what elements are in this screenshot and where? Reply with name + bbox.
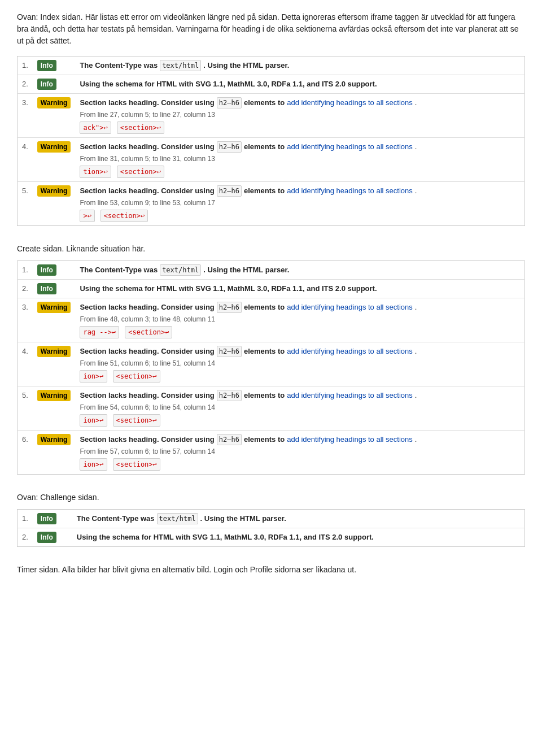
message-rest-text: . Using the HTML parser. bbox=[203, 60, 289, 71]
table3-container: 1.InfoThe Content-Type was text/html. Us… bbox=[17, 509, 525, 547]
message-link[interactable]: add identifying headings to all sections bbox=[287, 302, 413, 313]
row-number: 5. bbox=[18, 386, 33, 431]
code-snippet: <section>↩ bbox=[113, 414, 160, 427]
message-bold-text: Section lacks heading. Consider using bbox=[80, 302, 214, 313]
message-line: Using the schema for HTML with SVG 1.1, … bbox=[80, 79, 520, 90]
challenge-sidan-heading: Ovan: Challenge sidan. bbox=[17, 492, 525, 503]
code-snippet: rag -->↩ bbox=[80, 326, 119, 338]
message-link[interactable]: add identifying headings to all sections bbox=[287, 390, 413, 401]
table2-container: 1.InfoThe Content-Type was text/html. Us… bbox=[17, 260, 525, 475]
row-content: The Content-Type was text/html. Using th… bbox=[75, 57, 524, 75]
message-code-text: text/html bbox=[160, 264, 201, 276]
row-content: Section lacks heading. Consider using h2… bbox=[75, 182, 524, 226]
row-badge-cell: Info bbox=[33, 510, 72, 528]
code-snippet: tion>↩ bbox=[80, 166, 111, 178]
table-row: 2.InfoUsing the schema for HTML with SVG… bbox=[18, 75, 525, 94]
message-bold-text: Section lacks heading. Consider using bbox=[80, 434, 214, 445]
row-badge-cell: Info bbox=[33, 261, 76, 280]
message-subline: From line 27, column 5; to line 27, colu… bbox=[80, 110, 520, 120]
row-number: 3. bbox=[18, 94, 33, 138]
row-number: 3. bbox=[18, 298, 33, 342]
message-link[interactable]: add identifying headings to all sections bbox=[287, 141, 413, 153]
code-snippet: <section>↩ bbox=[113, 370, 160, 383]
table-row: 4.WarningSection lacks heading. Consider… bbox=[18, 138, 525, 182]
row-number: 1. bbox=[18, 57, 33, 75]
code-block: ion>↩<section>↩ bbox=[80, 370, 520, 383]
row-content: The Content-Type was text/html. Using th… bbox=[72, 510, 525, 528]
row-badge-cell: Warning bbox=[33, 182, 76, 226]
message-bold-text: Section lacks heading. Consider using bbox=[80, 185, 214, 197]
table-row: 2.InfoUsing the schema for HTML with SVG… bbox=[18, 528, 525, 547]
table-row: 6.WarningSection lacks heading. Consider… bbox=[18, 431, 525, 475]
code-snippet: ion>↩ bbox=[80, 370, 107, 383]
table-row: 5.WarningSection lacks heading. Consider… bbox=[18, 182, 525, 226]
warning-badge: Warning bbox=[37, 434, 71, 445]
message-rest-text: elements to bbox=[244, 97, 285, 108]
row-badge-cell: Warning bbox=[33, 138, 76, 182]
validator-table-2: 1.InfoThe Content-Type was text/html. Us… bbox=[17, 260, 525, 475]
message-bold-text: Using the schema for HTML with SVG 1.1, … bbox=[80, 79, 377, 90]
message-line: The Content-Type was text/html. Using th… bbox=[80, 60, 520, 71]
message-end-text: . bbox=[415, 302, 417, 313]
message-subline: From line 53, column 9; to line 53, colu… bbox=[80, 198, 520, 208]
message-code-inline: h2–h6 bbox=[217, 97, 242, 108]
message-subline: From line 57, column 6; to line 57, colu… bbox=[80, 446, 520, 457]
code-snippet: <section>↩ bbox=[117, 166, 164, 178]
message-line: Using the schema for HTML with SVG 1.1, … bbox=[80, 283, 520, 294]
table-row: 2.InfoUsing the schema for HTML with SVG… bbox=[18, 280, 525, 298]
row-content: Using the schema for HTML with SVG 1.1, … bbox=[75, 75, 524, 94]
message-rest-text: elements to bbox=[244, 346, 285, 357]
warning-badge: Warning bbox=[37, 346, 71, 357]
code-block: ion>↩<section>↩ bbox=[80, 458, 520, 471]
code-block: rag -->↩<section>↩ bbox=[80, 326, 520, 338]
message-subline: From line 54, column 6; to line 54, colu… bbox=[80, 402, 520, 412]
row-number: 1. bbox=[18, 261, 33, 280]
row-number: 4. bbox=[18, 138, 33, 182]
table-row: 3.WarningSection lacks heading. Consider… bbox=[18, 298, 525, 342]
code-snippet: <section>↩ bbox=[100, 210, 148, 222]
row-number: 2. bbox=[18, 528, 33, 547]
info-badge: Info bbox=[37, 283, 56, 294]
row-content: Using the schema for HTML with SVG 1.1, … bbox=[72, 528, 525, 547]
row-badge-cell: Info bbox=[33, 528, 72, 547]
table-row: 3.WarningSection lacks heading. Consider… bbox=[18, 94, 525, 138]
message-rest-text: elements to bbox=[244, 141, 285, 153]
table-row: 1.InfoThe Content-Type was text/html. Us… bbox=[18, 510, 525, 528]
info-badge: Info bbox=[37, 60, 56, 71]
message-bold-text: Using the schema for HTML with SVG 1.1, … bbox=[80, 283, 377, 294]
message-code-inline: h2–h6 bbox=[217, 302, 242, 313]
warning-badge: Warning bbox=[37, 141, 71, 153]
code-snippet: <section>↩ bbox=[125, 326, 172, 338]
message-bold-text: Section lacks heading. Consider using bbox=[80, 390, 214, 401]
row-badge-cell: Warning bbox=[33, 386, 76, 431]
message-rest-text: elements to bbox=[244, 302, 285, 313]
message-line: Section lacks heading. Consider using h2… bbox=[80, 97, 520, 108]
warning-badge: Warning bbox=[37, 185, 71, 197]
row-badge-cell: Warning bbox=[33, 298, 76, 342]
create-sidan-heading: Create sidan. Liknande situation här. bbox=[17, 243, 525, 255]
message-link[interactable]: add identifying headings to all sections bbox=[287, 434, 413, 445]
table1-container: 1.InfoThe Content-Type was text/html. Us… bbox=[17, 56, 525, 226]
message-rest-text: . Using the HTML parser. bbox=[200, 513, 286, 524]
row-content: Section lacks heading. Consider using h2… bbox=[75, 298, 524, 342]
intro-paragraph: Ovan: Index sidan. Här listas ett error … bbox=[17, 11, 525, 47]
row-number: 2. bbox=[18, 75, 33, 94]
code-snippet: <section>↩ bbox=[113, 458, 160, 471]
message-code-inline: h2–h6 bbox=[217, 346, 242, 357]
row-content: Section lacks heading. Consider using h2… bbox=[75, 342, 524, 386]
info-badge: Info bbox=[37, 264, 56, 276]
row-number: 6. bbox=[18, 431, 33, 475]
message-bold-text: The Content-Type was bbox=[80, 264, 158, 276]
message-link[interactable]: add identifying headings to all sections bbox=[287, 185, 413, 197]
table-row: 4.WarningSection lacks heading. Consider… bbox=[18, 342, 525, 386]
message-end-text: . bbox=[415, 434, 417, 445]
warning-badge: Warning bbox=[37, 390, 71, 401]
message-bold-text: The Content-Type was bbox=[77, 513, 155, 524]
row-content: Section lacks heading. Consider using h2… bbox=[75, 94, 524, 138]
message-bold-text: Using the schema for HTML with SVG 1.1, … bbox=[77, 532, 374, 543]
warning-badge: Warning bbox=[37, 97, 71, 108]
message-link[interactable]: add identifying headings to all sections bbox=[287, 97, 413, 108]
row-content: The Content-Type was text/html. Using th… bbox=[75, 261, 524, 280]
message-link[interactable]: add identifying headings to all sections bbox=[287, 346, 413, 357]
message-bold-text: The Content-Type was bbox=[80, 60, 158, 71]
